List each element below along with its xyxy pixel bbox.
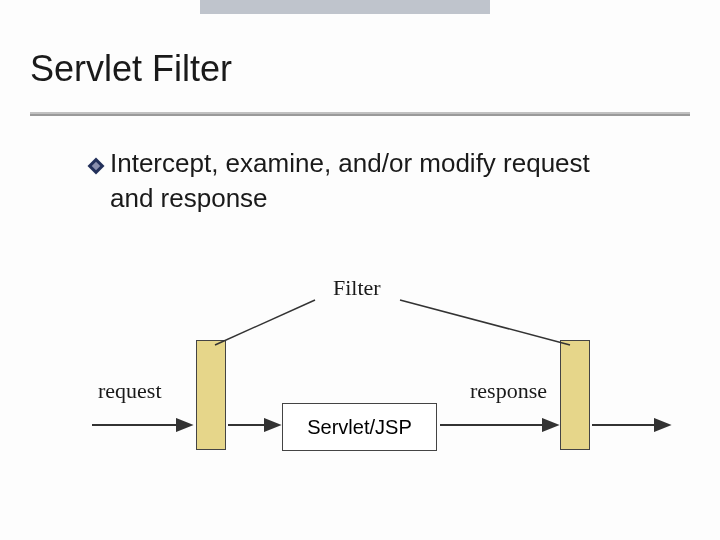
slide-title: Servlet Filter — [30, 48, 232, 90]
grid-bottom — [0, 506, 720, 540]
top-accent-bar — [200, 0, 490, 14]
response-label: response — [470, 378, 547, 404]
request-label: request — [98, 378, 162, 404]
title-rule-lower — [30, 114, 690, 116]
svg-line-0 — [215, 300, 315, 345]
grid-right — [634, 0, 720, 540]
bullet-text: Intercept, examine, and/or modify reques… — [110, 146, 640, 216]
left-filter-bar — [196, 340, 226, 450]
right-filter-bar — [560, 340, 590, 450]
svg-line-1 — [400, 300, 570, 345]
servlet-box-label: Servlet/JSP — [307, 416, 411, 439]
filter-label: Filter — [333, 275, 381, 301]
servlet-box: Servlet/JSP — [282, 403, 437, 451]
bullet-diamond-icon — [88, 158, 104, 174]
